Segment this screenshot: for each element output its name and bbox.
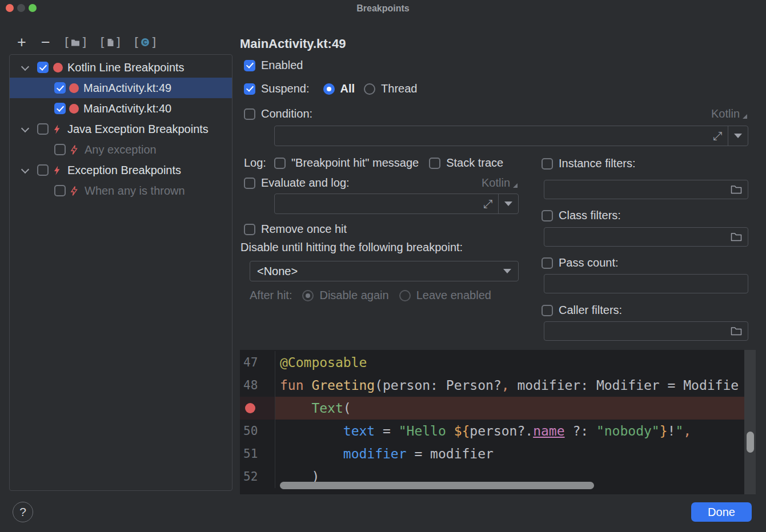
code-text: @Composable — [275, 351, 744, 374]
evaluate-language-label: Kotlin — [482, 176, 510, 190]
group-by-package-button[interactable]: [ ] — [63, 36, 89, 49]
horizontal-scrollbar-thumb[interactable] — [280, 482, 594, 489]
after-hit-leave-label: Leave enabled — [416, 289, 491, 302]
evaluate-language-selector[interactable]: Kotlin — [478, 176, 518, 190]
checkbox-unchecked[interactable] — [37, 123, 49, 135]
stack-trace-checkbox[interactable] — [429, 158, 440, 169]
evaluate-history-button[interactable] — [499, 194, 518, 213]
disable-until-dropdown[interactable]: <None> — [250, 261, 519, 281]
tree-item-mainactivity-40[interactable]: MainActivity.kt:40 — [10, 98, 232, 119]
tree-item-label: MainActivity.kt:49 — [83, 82, 171, 95]
enabled-row: Enabled — [244, 59, 303, 72]
condition-input[interactable] — [275, 126, 707, 146]
folder-icon — [71, 38, 80, 46]
tree-item-kotlin-line-breakpoints[interactable]: Kotlin Line Breakpoints — [10, 57, 232, 78]
exception-bolt-icon — [52, 165, 63, 176]
caller-filters-input[interactable] — [544, 322, 725, 340]
help-button[interactable]: ? — [13, 502, 33, 522]
tree-item-label: Any exception — [85, 143, 157, 156]
instance-filters-input[interactable] — [544, 180, 725, 199]
class-filters-checkbox[interactable] — [542, 210, 553, 221]
expand-editor-icon[interactable]: ⤢ — [707, 126, 728, 146]
line-number: 47 — [240, 351, 275, 374]
checkbox-checked[interactable] — [54, 82, 66, 94]
caller-filters-browse-button[interactable] — [725, 322, 748, 340]
tree-item-mainactivity-49[interactable]: MainActivity.kt:49 — [10, 78, 232, 98]
pass-count-checkbox[interactable] — [542, 257, 553, 269]
chevron-down-icon[interactable] — [21, 63, 29, 71]
checkbox-checked[interactable] — [54, 103, 66, 114]
instance-filters-row: Instance filters: — [542, 157, 636, 170]
chevron-down-icon — [734, 134, 742, 138]
tree-item-any-exception[interactable]: Any exception — [10, 139, 232, 160]
checkbox-unchecked[interactable] — [54, 185, 66, 196]
condition-checkbox[interactable] — [244, 108, 255, 120]
breakpoint-dot-icon[interactable] — [245, 403, 255, 413]
remove-once-hit-label: Remove once hit — [261, 223, 347, 236]
group-by-file-button[interactable]: [ ] — [99, 36, 123, 49]
suspend-row: Suspend: All Thread — [244, 82, 417, 95]
pass-count-input[interactable] — [544, 275, 748, 293]
class-filters-input[interactable] — [544, 228, 725, 246]
code-line: Text( — [240, 397, 744, 420]
chevron-down-icon[interactable] — [21, 166, 29, 174]
code-token: ( — [343, 401, 351, 416]
group-by-class-button[interactable]: [ C ] — [133, 36, 158, 49]
class-filters-browse-button[interactable] — [725, 228, 748, 246]
code-text: modifier = modifier — [275, 442, 744, 465]
after-hit-label: After hit: — [250, 289, 292, 302]
breakpoint-title: MainActivity.kt:49 — [240, 37, 346, 51]
caller-filters-checkbox[interactable] — [542, 305, 553, 316]
checkbox-unchecked[interactable] — [37, 164, 49, 176]
enabled-checkbox[interactable] — [244, 60, 255, 71]
evaluate-checkbox[interactable] — [244, 178, 255, 189]
bracket-icon: ] — [81, 36, 88, 49]
tree-item-java-exception-breakpoints[interactable]: Java Exception Breakpoints — [10, 119, 232, 139]
suspend-thread-radio[interactable] — [364, 83, 375, 95]
language-expand-triangle-icon — [743, 114, 747, 119]
breakpoints-toolbar: + − [ ] [ ] [ C ] — [15, 34, 158, 51]
evaluate-input[interactable] — [275, 194, 478, 213]
after-hit-row: After hit: Disable again Leave enabled — [250, 289, 491, 302]
instance-filters-checkbox[interactable] — [542, 158, 553, 170]
expand-editor-icon[interactable]: ⤢ — [478, 194, 498, 213]
class-filters-row: Class filters: — [542, 209, 621, 222]
after-hit-leave-radio[interactable] — [399, 290, 411, 301]
done-button[interactable]: Done — [691, 502, 752, 522]
suspend-all-radio[interactable] — [323, 83, 335, 95]
vertical-scrollbar[interactable] — [744, 350, 756, 494]
checkbox-unchecked[interactable] — [54, 144, 66, 155]
breakpoints-tree: Kotlin Line Breakpoints MainActivity.kt:… — [9, 54, 232, 491]
code-token: modifier — [430, 446, 494, 461]
remove-once-hit-checkbox[interactable] — [244, 224, 255, 235]
instance-filters-browse-button[interactable] — [725, 180, 748, 199]
code-token: text — [343, 424, 375, 438]
tree-item-exception-breakpoints[interactable]: Exception Breakpoints — [10, 160, 232, 180]
exception-bolt-outline-icon — [69, 144, 80, 155]
code-line: 50 text = "Hello ${person?.name ?: "nobo… — [240, 420, 744, 442]
after-hit-disable-radio[interactable] — [302, 290, 314, 301]
remove-breakpoint-button[interactable]: − — [39, 34, 53, 50]
evaluate-row: Evaluate and log: — [244, 176, 350, 190]
condition-language-selector[interactable]: Kotlin — [707, 107, 747, 120]
bracket-icon: [ — [63, 36, 70, 49]
condition-history-button[interactable] — [728, 126, 748, 146]
breakpoint-gutter — [240, 397, 275, 420]
log-message-checkbox[interactable] — [274, 158, 286, 169]
vertical-scrollbar-thumb[interactable] — [747, 432, 754, 453]
code-token: modifier — [343, 446, 407, 461]
suspend-checkbox[interactable] — [244, 83, 255, 95]
checkbox-checked[interactable] — [37, 62, 49, 73]
add-breakpoint-button[interactable]: + — [15, 34, 29, 50]
disable-until-value: <None> — [257, 265, 298, 278]
chevron-down-icon[interactable] — [21, 125, 29, 133]
evaluate-label: Evaluate and log: — [261, 176, 350, 190]
instance-filters-label: Instance filters: — [559, 157, 636, 170]
line-number: 52 — [240, 465, 275, 488]
tree-item-label: Exception Breakpoints — [67, 164, 181, 177]
tree-item-when-any-is-thrown[interactable]: When any is thrown — [10, 180, 232, 201]
code-token — [280, 401, 311, 416]
log-row: Log: "Breakpoint hit" message Stack trac… — [244, 156, 503, 170]
bracket-icon: [ — [99, 36, 106, 49]
folder-icon — [731, 185, 742, 194]
